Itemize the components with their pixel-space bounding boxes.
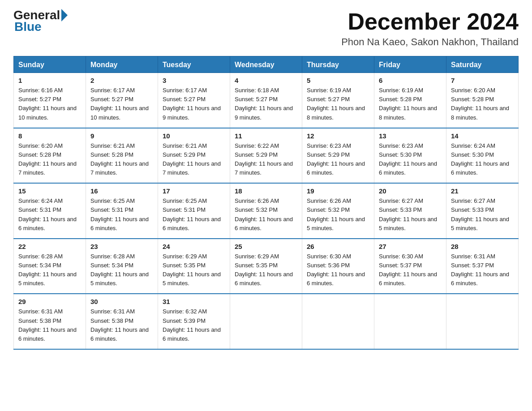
col-sunday: Sunday bbox=[14, 56, 86, 73]
calendar-cell: 20 Sunrise: 6:27 AM Sunset: 5:33 PM Dayl… bbox=[374, 183, 446, 239]
day-number: 24 bbox=[163, 243, 225, 250]
day-number: 31 bbox=[163, 298, 225, 305]
logo-arrow-icon bbox=[61, 9, 68, 21]
col-wednesday: Wednesday bbox=[230, 56, 302, 73]
day-info: Sunrise: 6:25 AM Sunset: 5:31 PM Dayligh… bbox=[163, 197, 225, 233]
day-info: Sunrise: 6:30 AM Sunset: 5:36 PM Dayligh… bbox=[307, 252, 369, 288]
day-info: Sunrise: 6:29 AM Sunset: 5:35 PM Dayligh… bbox=[235, 252, 297, 288]
day-info: Sunrise: 6:23 AM Sunset: 5:30 PM Dayligh… bbox=[379, 141, 442, 178]
day-info: Sunrise: 6:29 AM Sunset: 5:35 PM Dayligh… bbox=[163, 252, 225, 288]
day-info: Sunrise: 6:30 AM Sunset: 5:37 PM Dayligh… bbox=[379, 252, 442, 288]
calendar-week-row: 29 Sunrise: 6:31 AM Sunset: 5:38 PM Dayl… bbox=[14, 294, 519, 349]
day-info: Sunrise: 6:16 AM Sunset: 5:27 PM Dayligh… bbox=[18, 86, 81, 122]
calendar-cell: 12 Sunrise: 6:23 AM Sunset: 5:29 PM Dayl… bbox=[302, 128, 374, 184]
day-info: Sunrise: 6:27 AM Sunset: 5:33 PM Dayligh… bbox=[379, 197, 442, 233]
day-number: 19 bbox=[307, 187, 369, 195]
day-number: 27 bbox=[379, 243, 442, 250]
calendar-header: Sunday Monday Tuesday Wednesday Thursday… bbox=[14, 56, 519, 73]
day-info: Sunrise: 6:19 AM Sunset: 5:27 PM Dayligh… bbox=[307, 86, 369, 122]
calendar-cell: 16 Sunrise: 6:25 AM Sunset: 5:31 PM Dayl… bbox=[86, 183, 158, 239]
calendar-cell bbox=[302, 294, 374, 349]
day-number: 14 bbox=[451, 132, 514, 140]
day-info: Sunrise: 6:23 AM Sunset: 5:29 PM Dayligh… bbox=[307, 141, 369, 178]
calendar-cell: 18 Sunrise: 6:26 AM Sunset: 5:32 PM Dayl… bbox=[230, 183, 302, 239]
calendar-cell: 1 Sunrise: 6:16 AM Sunset: 5:27 PM Dayli… bbox=[14, 73, 86, 128]
header-row: Sunday Monday Tuesday Wednesday Thursday… bbox=[14, 56, 519, 73]
day-info: Sunrise: 6:25 AM Sunset: 5:31 PM Dayligh… bbox=[90, 197, 153, 233]
day-number: 26 bbox=[307, 243, 369, 250]
day-info: Sunrise: 6:26 AM Sunset: 5:32 PM Dayligh… bbox=[307, 197, 369, 233]
calendar-cell: 26 Sunrise: 6:30 AM Sunset: 5:36 PM Dayl… bbox=[302, 239, 374, 294]
calendar-cell: 30 Sunrise: 6:31 AM Sunset: 5:38 PM Dayl… bbox=[86, 294, 158, 349]
day-info: Sunrise: 6:21 AM Sunset: 5:28 PM Dayligh… bbox=[90, 141, 153, 178]
day-number: 7 bbox=[451, 77, 514, 84]
calendar-title: December 2024 bbox=[341, 9, 519, 34]
day-info: Sunrise: 6:32 AM Sunset: 5:39 PM Dayligh… bbox=[163, 307, 225, 343]
day-info: Sunrise: 6:17 AM Sunset: 5:27 PM Dayligh… bbox=[163, 86, 225, 122]
day-number: 15 bbox=[18, 187, 81, 195]
calendar-cell: 9 Sunrise: 6:21 AM Sunset: 5:28 PM Dayli… bbox=[86, 128, 158, 184]
calendar-cell: 19 Sunrise: 6:26 AM Sunset: 5:32 PM Dayl… bbox=[302, 183, 374, 239]
day-info: Sunrise: 6:17 AM Sunset: 5:27 PM Dayligh… bbox=[90, 86, 153, 122]
day-number: 12 bbox=[307, 132, 369, 140]
day-number: 3 bbox=[163, 77, 225, 84]
day-info: Sunrise: 6:20 AM Sunset: 5:28 PM Dayligh… bbox=[18, 141, 81, 178]
day-number: 20 bbox=[379, 187, 442, 195]
calendar-week-row: 22 Sunrise: 6:28 AM Sunset: 5:34 PM Dayl… bbox=[14, 239, 519, 294]
day-number: 13 bbox=[379, 132, 442, 140]
calendar-cell: 28 Sunrise: 6:31 AM Sunset: 5:37 PM Dayl… bbox=[446, 239, 519, 294]
calendar-body: 1 Sunrise: 6:16 AM Sunset: 5:27 PM Dayli… bbox=[14, 73, 519, 349]
day-number: 17 bbox=[163, 187, 225, 195]
calendar-cell: 6 Sunrise: 6:19 AM Sunset: 5:28 PM Dayli… bbox=[374, 73, 446, 128]
calendar-week-row: 15 Sunrise: 6:24 AM Sunset: 5:31 PM Dayl… bbox=[14, 183, 519, 239]
page-header: General Blue December 2024 Phon Na Kaeo,… bbox=[13, 9, 519, 48]
col-thursday: Thursday bbox=[302, 56, 374, 73]
calendar-cell: 15 Sunrise: 6:24 AM Sunset: 5:31 PM Dayl… bbox=[14, 183, 86, 239]
calendar-cell: 5 Sunrise: 6:19 AM Sunset: 5:27 PM Dayli… bbox=[302, 73, 374, 128]
day-info: Sunrise: 6:28 AM Sunset: 5:34 PM Dayligh… bbox=[90, 252, 153, 288]
calendar-cell: 4 Sunrise: 6:18 AM Sunset: 5:27 PM Dayli… bbox=[230, 73, 302, 128]
calendar-cell: 14 Sunrise: 6:24 AM Sunset: 5:30 PM Dayl… bbox=[446, 128, 519, 184]
day-number: 9 bbox=[90, 132, 153, 140]
calendar-cell: 11 Sunrise: 6:22 AM Sunset: 5:29 PM Dayl… bbox=[230, 128, 302, 184]
title-block: December 2024 Phon Na Kaeo, Sakon Nakhon… bbox=[341, 9, 519, 48]
calendar-cell: 24 Sunrise: 6:29 AM Sunset: 5:35 PM Dayl… bbox=[158, 239, 230, 294]
day-info: Sunrise: 6:27 AM Sunset: 5:33 PM Dayligh… bbox=[451, 197, 514, 233]
day-number: 11 bbox=[235, 132, 297, 140]
day-number: 2 bbox=[90, 77, 153, 84]
calendar-cell: 25 Sunrise: 6:29 AM Sunset: 5:35 PM Dayl… bbox=[230, 239, 302, 294]
day-info: Sunrise: 6:20 AM Sunset: 5:28 PM Dayligh… bbox=[451, 86, 514, 122]
day-number: 6 bbox=[379, 77, 442, 84]
calendar-cell: 13 Sunrise: 6:23 AM Sunset: 5:30 PM Dayl… bbox=[374, 128, 446, 184]
day-info: Sunrise: 6:31 AM Sunset: 5:38 PM Dayligh… bbox=[90, 307, 153, 343]
day-number: 28 bbox=[451, 243, 514, 250]
calendar-table: Sunday Monday Tuesday Wednesday Thursday… bbox=[13, 56, 519, 350]
day-number: 23 bbox=[90, 243, 153, 250]
day-number: 25 bbox=[235, 243, 297, 250]
day-info: Sunrise: 6:28 AM Sunset: 5:34 PM Dayligh… bbox=[18, 252, 81, 288]
day-info: Sunrise: 6:22 AM Sunset: 5:29 PM Dayligh… bbox=[235, 141, 297, 178]
calendar-cell: 8 Sunrise: 6:20 AM Sunset: 5:28 PM Dayli… bbox=[14, 128, 86, 184]
calendar-cell: 3 Sunrise: 6:17 AM Sunset: 5:27 PM Dayli… bbox=[158, 73, 230, 128]
day-info: Sunrise: 6:24 AM Sunset: 5:30 PM Dayligh… bbox=[451, 141, 514, 178]
calendar-cell: 31 Sunrise: 6:32 AM Sunset: 5:39 PM Dayl… bbox=[158, 294, 230, 349]
logo: General Blue bbox=[13, 9, 68, 34]
calendar-subtitle: Phon Na Kaeo, Sakon Nakhon, Thailand bbox=[341, 36, 519, 48]
col-saturday: Saturday bbox=[446, 56, 519, 73]
col-tuesday: Tuesday bbox=[158, 56, 230, 73]
day-number: 16 bbox=[90, 187, 153, 195]
day-info: Sunrise: 6:24 AM Sunset: 5:31 PM Dayligh… bbox=[18, 197, 81, 233]
day-number: 10 bbox=[163, 132, 225, 140]
day-number: 5 bbox=[307, 77, 369, 84]
calendar-cell: 7 Sunrise: 6:20 AM Sunset: 5:28 PM Dayli… bbox=[446, 73, 519, 128]
calendar-cell: 17 Sunrise: 6:25 AM Sunset: 5:31 PM Dayl… bbox=[158, 183, 230, 239]
calendar-cell: 27 Sunrise: 6:30 AM Sunset: 5:37 PM Dayl… bbox=[374, 239, 446, 294]
calendar-cell: 10 Sunrise: 6:21 AM Sunset: 5:29 PM Dayl… bbox=[158, 128, 230, 184]
calendar-week-row: 8 Sunrise: 6:20 AM Sunset: 5:28 PM Dayli… bbox=[14, 128, 519, 184]
calendar-cell bbox=[230, 294, 302, 349]
day-number: 30 bbox=[90, 298, 153, 305]
day-number: 1 bbox=[18, 77, 81, 84]
calendar-cell bbox=[446, 294, 519, 349]
calendar-cell: 2 Sunrise: 6:17 AM Sunset: 5:27 PM Dayli… bbox=[86, 73, 158, 128]
day-number: 8 bbox=[18, 132, 81, 140]
